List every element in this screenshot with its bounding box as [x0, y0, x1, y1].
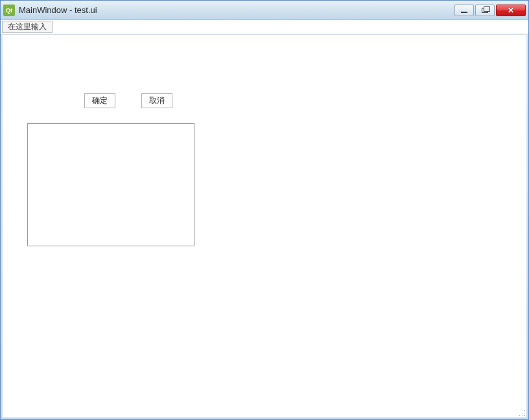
window-controls: ✕	[453, 5, 526, 16]
ok-button[interactable]: 确定	[84, 93, 115, 108]
window-title: MainWindow - test.ui	[19, 5, 453, 15]
form-canvas[interactable]: 确定 取消	[3, 35, 526, 417]
titlebar: Qt MainWindow - test.ui ✕	[1, 1, 528, 20]
text-edit[interactable]	[27, 123, 194, 246]
qt-logo-icon: Qt	[3, 5, 15, 16]
cancel-button[interactable]: 取消	[141, 93, 172, 108]
menubar[interactable]: 在这里输入	[1, 20, 528, 34]
menubar-input-placeholder[interactable]: 在这里输入	[2, 21, 53, 33]
maximize-icon	[482, 8, 488, 13]
minimize-button[interactable]	[454, 5, 474, 16]
close-button[interactable]: ✕	[496, 5, 526, 16]
minimize-icon	[461, 12, 467, 13]
close-icon: ✕	[508, 6, 514, 15]
designer-window: Qt MainWindow - test.ui ✕ 在这里输入 确定 取消	[0, 0, 529, 420]
resize-grip-icon[interactable]	[517, 408, 526, 417]
maximize-button[interactable]	[475, 5, 495, 16]
